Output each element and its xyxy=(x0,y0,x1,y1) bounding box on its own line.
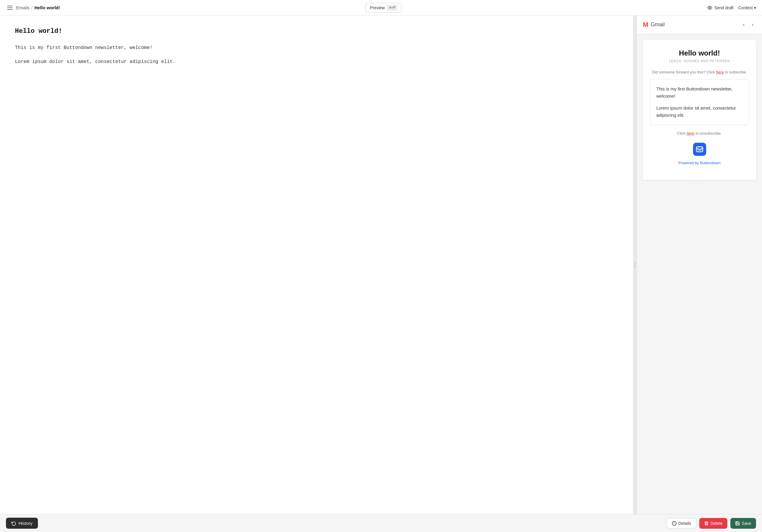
email-preview-newsletter-name: LEACH, HUGHES AND PETERSEN xyxy=(650,59,749,63)
email-preview-content: Hello world! LEACH, HUGHES AND PETERSEN … xyxy=(643,40,756,180)
svg-rect-1 xyxy=(696,147,703,152)
trash-icon xyxy=(704,521,709,526)
unsubscribe-prefix: Click xyxy=(677,131,686,135)
gmail-brand: M Gmail xyxy=(643,21,665,29)
info-icon xyxy=(672,521,677,526)
save-label: Save xyxy=(742,521,751,526)
editor-panel: Hello world! This is my first Buttondown… xyxy=(0,16,633,514)
main-content: Hello world! This is my first Buttondown… xyxy=(0,16,762,514)
details-button[interactable]: Details xyxy=(667,518,696,529)
header-right: Send draft Context ▾ xyxy=(707,5,756,10)
top-header: Emails / Hello world! Preview ⌘+P Send d… xyxy=(0,0,762,16)
delete-label: Delete xyxy=(711,521,723,526)
history-label: History xyxy=(19,521,33,526)
buttondown-logo-icon xyxy=(693,143,706,156)
breadcrumb: Emails / Hello world! xyxy=(16,5,60,10)
svg-point-0 xyxy=(709,7,711,8)
editor-body[interactable]: This is my first Buttondown newsletter, … xyxy=(15,44,618,66)
chevron-down-icon: ▾ xyxy=(754,5,756,10)
breadcrumb-separator: / xyxy=(31,5,33,10)
email-body-paragraph-1: This is my first Buttondown newsletter, … xyxy=(656,85,743,100)
gmail-client-label: Gmail xyxy=(650,22,665,28)
gmail-nav: ‹ › xyxy=(740,20,756,29)
preview-label: Preview xyxy=(370,5,385,10)
unsubscribe-suffix: to unsubscribe. xyxy=(695,131,722,135)
hamburger-menu-icon[interactable] xyxy=(6,4,14,11)
delete-button[interactable]: Delete xyxy=(699,518,727,529)
bottom-right-buttons: Details Delete Save xyxy=(667,518,756,529)
resize-handle[interactable] xyxy=(633,16,637,514)
forward-notice: Did someone forward you this? Click here… xyxy=(650,70,749,74)
forward-subscribe-link[interactable]: here xyxy=(716,70,724,74)
send-draft-button[interactable]: Send draft xyxy=(707,5,734,10)
editor-title: Hello world! xyxy=(15,28,618,35)
preview-button[interactable]: Preview ⌘+P xyxy=(365,3,402,13)
eye-icon xyxy=(707,5,713,10)
editor-paragraph-1: This is my first Buttondown newsletter, … xyxy=(15,44,618,52)
history-button[interactable]: History xyxy=(6,518,38,529)
save-icon xyxy=(735,521,740,526)
preview-panel: M Gmail ‹ › Hello world! LEACH, HUGHES A… xyxy=(637,16,762,514)
email-preview-inner: Hello world! LEACH, HUGHES AND PETERSEN … xyxy=(643,40,756,180)
header-left: Emails / Hello world! xyxy=(6,4,60,11)
powered-by-link[interactable]: Powered by Buttondown xyxy=(650,161,749,165)
email-body-box: This is my first Buttondown newsletter, … xyxy=(650,79,749,125)
editor-paragraph-2: Lorem ipsum dolor sit amet, consectetur … xyxy=(15,58,618,66)
history-icon xyxy=(11,521,16,526)
context-label: Context xyxy=(738,5,753,10)
email-preview-title: Hello world! xyxy=(650,49,749,57)
bottom-bar: History Details Delete xyxy=(0,514,762,532)
unsubscribe-notice: Click here to unsubscribe. xyxy=(650,131,749,135)
forward-notice-suffix: to subscribe. xyxy=(725,70,747,74)
forward-notice-text: Did someone forward you this? Click xyxy=(652,70,715,74)
context-button[interactable]: Context ▾ xyxy=(738,5,756,10)
email-body-paragraph-2: Lorem ipsum dolor sit amet, consectetur … xyxy=(656,105,743,119)
breadcrumb-emails[interactable]: Emails xyxy=(16,5,30,10)
breadcrumb-current: Hello world! xyxy=(34,5,60,10)
gmail-logo-icon: M xyxy=(643,21,648,29)
prev-client-button[interactable]: ‹ xyxy=(740,20,747,29)
save-button[interactable]: Save xyxy=(730,518,756,529)
preview-shortcut: ⌘+P xyxy=(387,5,397,10)
header-center: Preview ⌘+P xyxy=(365,3,402,13)
gmail-header: M Gmail ‹ › xyxy=(637,16,762,34)
powered-by: Powered by Buttondown xyxy=(650,143,749,171)
send-draft-label: Send draft xyxy=(714,5,734,10)
resize-dots xyxy=(635,263,636,267)
next-client-button[interactable]: › xyxy=(749,20,756,29)
unsubscribe-link[interactable]: here xyxy=(686,131,694,135)
details-label: Details xyxy=(678,521,691,526)
